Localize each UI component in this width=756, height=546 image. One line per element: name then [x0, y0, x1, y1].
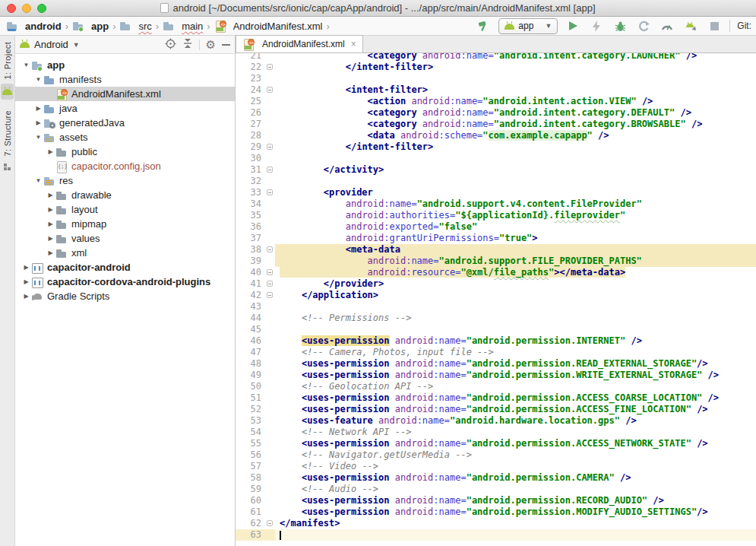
stop-button[interactable] [706, 18, 723, 33]
tree-item-androidmanifest-xml[interactable]: AndroidManifest.xml [15, 87, 235, 101]
breadcrumb-item-main[interactable]: main [161, 19, 204, 33]
code-line[interactable]: 38 <meta-data [236, 244, 756, 256]
project-tool-icon[interactable] [1, 84, 14, 100]
code-line[interactable]: 35 android:authorities="${applicationId}… [236, 210, 756, 221]
code-line[interactable]: 49 <uses-permission android:name="androi… [236, 370, 756, 381]
breadcrumb-item-src[interactable]: src [118, 19, 153, 33]
code-line[interactable]: 53 <uses-feature android:name="android.h… [236, 415, 756, 427]
code-line[interactable]: 23 [236, 73, 756, 84]
collapse-all-icon[interactable] [182, 38, 193, 51]
code-line[interactable]: 56 <!-- Navigator.getUserMedia --> [236, 449, 756, 461]
tree-expand-arrow[interactable]: ▼ [33, 76, 43, 83]
code-line[interactable]: 54 <!-- Network API --> [236, 427, 756, 438]
code-line[interactable]: 30 [236, 153, 756, 164]
tree-expand-arrow[interactable]: ▶ [33, 119, 43, 126]
zoom-window-button[interactable] [37, 4, 46, 13]
tree-item-public[interactable]: ▶public [15, 144, 235, 159]
code-line[interactable]: 60 <uses-permission android:name="androi… [236, 495, 756, 506]
tree-item-generatedjava[interactable]: ▶generatedJava [15, 116, 235, 130]
fold-marker-icon[interactable] [267, 167, 273, 173]
tree-item-res[interactable]: ▼res [15, 173, 235, 188]
tab-androidmanifest[interactable]: AndroidManifest.xml × [236, 35, 363, 52]
fold-marker-icon[interactable] [267, 292, 273, 298]
tree-item-mipmap[interactable]: ▶mipmap [15, 217, 235, 231]
tree-expand-arrow[interactable]: ▼ [33, 134, 43, 141]
code-line[interactable]: 63 [236, 529, 756, 541]
tree-expand-arrow[interactable]: ▶ [46, 206, 55, 213]
attach-debugger-icon[interactable] [682, 18, 699, 33]
code-line[interactable]: 41 </provider> [236, 278, 756, 290]
code-line[interactable]: 52 <uses-permission android:name="androi… [236, 404, 756, 415]
breadcrumb-item-android[interactable]: android [5, 19, 63, 33]
code-line[interactable]: 25 <action android:name="android.intent.… [236, 96, 756, 107]
code-line[interactable]: 42 </application> [236, 290, 756, 301]
code-line[interactable]: 37 android:grantUriPermissions="true"> [236, 233, 756, 244]
close-window-button[interactable] [7, 4, 16, 13]
tree-item-capacitor-config-json[interactable]: capacitor.config.json [15, 159, 235, 173]
code-line[interactable]: 39 android:name="android.support.FILE_PR… [236, 256, 756, 267]
coverage-icon[interactable] [635, 18, 652, 33]
tree-item-capacitor-android[interactable]: ▶capacitor-android [15, 260, 235, 275]
code-line[interactable]: 48 <uses-permission android:name="androi… [236, 358, 756, 370]
code-line[interactable]: 55 <uses-permission android:name="androi… [236, 438, 756, 449]
tree-expand-arrow[interactable]: ▶ [21, 293, 31, 300]
fold-marker-icon[interactable] [267, 281, 273, 287]
tree-expand-arrow[interactable]: ▶ [46, 235, 55, 242]
code-line[interactable]: 40 android:resource="@xml/file_paths"></… [236, 267, 756, 278]
tree-expand-arrow[interactable]: ▶ [46, 221, 55, 227]
tree-item-drawable[interactable]: ▶drawable [15, 188, 235, 202]
tree-expand-arrow[interactable]: ▶ [46, 249, 55, 256]
code-line[interactable]: 33 <provider [236, 187, 756, 198]
code-line[interactable]: 24 <intent-filter> [236, 84, 756, 96]
structure-tool-button[interactable]: 7: Structure [3, 110, 12, 156]
tree-item-manifests[interactable]: ▼manifests [15, 72, 235, 87]
tree-expand-arrow[interactable]: ▼ [21, 62, 31, 68]
profiler-icon[interactable] [659, 18, 675, 33]
code-editor[interactable]: 21 <category android:name="android.inten… [236, 53, 756, 546]
tree-item-java[interactable]: ▶java [15, 101, 235, 116]
code-line[interactable]: 43 [236, 301, 756, 313]
tree-expand-arrow[interactable]: ▶ [33, 105, 43, 112]
code-line[interactable]: 32 [236, 176, 756, 187]
code-line[interactable]: 51 <uses-permission android:name="androi… [236, 392, 756, 404]
tree-item-app[interactable]: ▼app [15, 58, 235, 72]
minimize-window-button[interactable] [22, 4, 31, 13]
debug-button[interactable] [612, 18, 628, 33]
hide-panel-icon[interactable] [222, 44, 230, 46]
code-line[interactable]: 21 <category android:name="android.inten… [236, 53, 756, 62]
tree-item-capacitor-cordova-android-plugins[interactable]: ▶capacitor-cordova-android-plugins [15, 275, 235, 289]
code-line[interactable]: 44 <!-- Permissions --> [236, 313, 756, 324]
code-line[interactable]: 28 <data android:scheme="com.example.cap… [236, 130, 756, 141]
tree-item-layout[interactable]: ▶layout [15, 202, 235, 217]
fold-marker-icon[interactable] [267, 269, 273, 275]
close-tab-icon[interactable]: × [351, 39, 356, 49]
code-line[interactable]: 29 </intent-filter> [236, 141, 756, 153]
tree-expand-arrow[interactable]: ▶ [21, 264, 31, 271]
run-configuration-selector[interactable]: app ▼ [498, 18, 558, 34]
code-line[interactable]: 47 <!-- Camera, Photos, input file --> [236, 347, 756, 358]
tree-expand-arrow[interactable]: ▶ [21, 278, 31, 285]
fold-marker-icon[interactable] [267, 87, 273, 93]
tree-item-values[interactable]: ▶values [15, 231, 235, 246]
code-line[interactable]: 22 </intent-filter> [236, 62, 756, 73]
apply-changes-icon[interactable] [588, 18, 605, 33]
code-line[interactable]: 57 <!-- Video --> [236, 461, 756, 472]
tree-item-gradle-scripts[interactable]: ▶Gradle Scripts [15, 289, 235, 303]
fold-marker-icon[interactable] [267, 520, 273, 526]
code-line[interactable]: 27 <category android:name="android.inten… [236, 119, 756, 130]
breadcrumb-item-androidmanifest-xml[interactable]: AndroidManifest.xml [213, 19, 324, 33]
tree-item-assets[interactable]: ▼assets [15, 130, 235, 144]
git-label[interactable]: Git: [737, 21, 751, 31]
run-button[interactable] [565, 18, 581, 33]
code-line[interactable]: 62</manifest> [236, 518, 756, 529]
fold-marker-icon[interactable] [267, 64, 273, 70]
code-line[interactable]: 50 <!-- Geolocation API --> [236, 381, 756, 392]
breadcrumb-item-app[interactable]: app [71, 19, 110, 33]
gear-icon[interactable]: ⚙ [206, 40, 216, 50]
tree-expand-arrow[interactable]: ▼ [33, 177, 43, 184]
fold-marker-icon[interactable] [267, 246, 273, 252]
code-line[interactable]: 45 [236, 324, 756, 335]
tree-item-xml[interactable]: ▶xml [15, 246, 235, 260]
tree-expand-arrow[interactable]: ▶ [46, 148, 55, 155]
code-line[interactable]: 34 android:name="android.support.v4.cont… [236, 198, 756, 210]
